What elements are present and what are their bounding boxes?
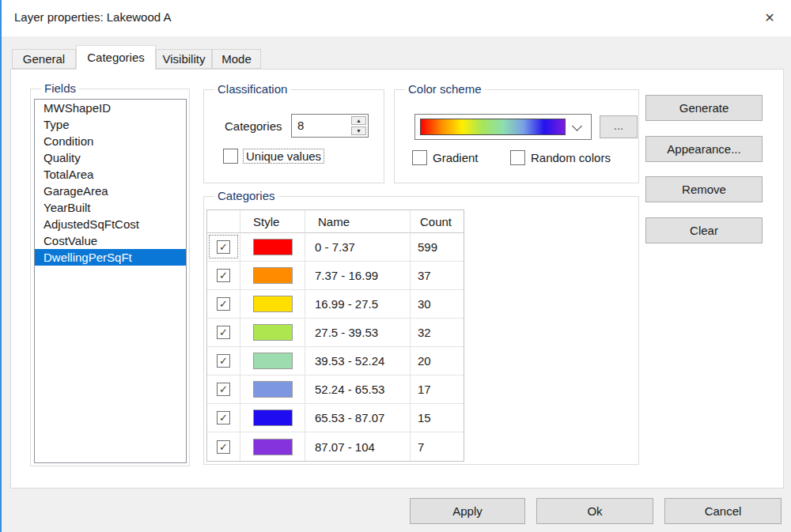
row-name-cell: 87.07 - 104 [305,432,411,461]
row-style-cell[interactable] [240,375,305,404]
categories-grid[interactable]: Style Name Count ✓ 0 - 7.37 599 ✓ 7.37 -… [206,209,464,462]
categories-count-label: Categories [225,119,282,133]
unique-values-checkbox[interactable] [223,149,238,164]
categories-count-value[interactable]: 8 [297,115,304,137]
generate-button[interactable]: Generate [645,95,763,121]
table-row: ✓ 65.53 - 87.07 15 [207,404,464,432]
appearance-button[interactable]: Appearance... [645,136,763,162]
row-count-cell: 32 [411,319,464,347]
random-colors-label: Random colors [531,150,611,165]
dialog-title: Layer properties: Lakewood A [14,10,171,24]
row-count-cell: 7 [411,432,464,461]
categories-count-spinner[interactable]: 8 ▲ ▼ [291,114,369,138]
color-swatch[interactable] [253,409,293,426]
color-swatch[interactable] [253,353,293,369]
tab-visibility[interactable]: Visibility [156,49,212,69]
field-item[interactable]: GarageArea [35,183,186,199]
field-item[interactable]: CostValue [35,232,186,249]
grid-header-style[interactable]: Style [240,210,305,233]
field-item[interactable]: Condition [35,133,186,149]
table-row: ✓ 0 - 7.37 599 [207,233,464,262]
row-count-cell: 17 [411,375,464,404]
color-scheme-group: Color scheme ... Gradient Random colors [394,89,639,183]
color-swatch[interactable] [253,439,293,455]
unique-values-label[interactable]: Unique values [243,149,324,164]
row-style-cell[interactable] [240,404,305,432]
field-item[interactable]: Type [35,116,186,133]
fields-listbox[interactable]: MWShapeID Type Condition Quality TotalAr… [34,99,187,463]
tab-general[interactable]: General [12,49,76,69]
row-style-cell[interactable] [240,262,305,290]
checkbox-checked-icon[interactable]: ✓ [217,297,230,311]
grid-header-checkbox[interactable] [207,210,240,233]
row-checkbox-cell[interactable]: ✓ [207,262,240,290]
categories-group-label: Categories [214,189,278,202]
row-name-cell: 27.5 - 39.53 [305,319,411,347]
spinner-up-icon[interactable]: ▲ [351,116,366,125]
color-swatch[interactable] [253,296,293,312]
apply-button[interactable]: Apply [410,498,525,524]
checkbox-checked-icon[interactable]: ✓ [217,354,230,368]
table-row: ✓ 52.24 - 65.53 17 [207,375,464,404]
row-name-cell: 65.53 - 87.07 [305,404,411,432]
spinner-down-icon[interactable]: ▼ [351,126,366,135]
row-style-cell[interactable] [240,347,305,375]
row-count-cell: 599 [411,233,464,262]
row-checkbox-cell[interactable]: ✓ [207,404,240,432]
tab-categories[interactable]: Categories [76,45,156,70]
color-swatch[interactable] [253,239,293,255]
tab-mode[interactable]: Mode [212,49,261,69]
clear-button[interactable]: Clear [645,217,763,243]
color-swatch[interactable] [253,381,293,398]
categories-group: Categories Style Name Count ✓ 0 - 7.37 5… [203,196,639,465]
row-name-cell: 16.99 - 27.5 [305,290,411,319]
color-scheme-more-button[interactable]: ... [600,115,638,138]
row-name-cell: 0 - 7.37 [305,233,411,262]
row-style-cell[interactable] [240,432,305,461]
row-checkbox-cell[interactable]: ✓ [207,290,240,319]
checkbox-checked-icon[interactable]: ✓ [217,269,230,282]
table-row: ✓ 39.53 - 52.24 20 [207,347,464,375]
table-row: ✓ 7.37 - 16.99 37 [207,262,464,290]
random-colors-checkbox[interactable] [510,150,525,165]
title-bar[interactable]: Layer properties: Lakewood A ✕ [0,0,791,36]
color-scheme-gradient-preview [420,119,566,135]
row-checkbox-cell[interactable]: ✓ [207,319,240,347]
gradient-label: Gradient [433,150,479,165]
row-checkbox-cell[interactable]: ✓ [207,347,240,375]
close-icon[interactable]: ✕ [756,6,783,31]
color-scheme-dropdown[interactable] [414,114,592,140]
field-item[interactable]: YearBuilt [35,199,186,216]
row-checkbox-cell[interactable]: ✓ [207,432,240,461]
checkbox-checked-icon[interactable]: ✓ [217,411,230,424]
row-count-cell: 37 [411,262,464,290]
table-row: ✓ 16.99 - 27.5 30 [207,290,464,319]
row-checkbox-cell[interactable]: ✓ [207,233,240,262]
row-style-cell[interactable] [240,290,305,319]
row-checkbox-cell[interactable]: ✓ [207,375,240,404]
grid-header-count[interactable]: Count [411,210,464,233]
checkbox-checked-icon[interactable]: ✓ [217,240,230,254]
field-item[interactable]: AdjustedSqFtCost [35,216,186,232]
field-item[interactable]: Quality [35,149,186,166]
checkbox-checked-icon[interactable]: ✓ [217,326,230,339]
row-style-cell[interactable] [240,319,305,347]
checkbox-checked-icon[interactable]: ✓ [217,383,230,396]
color-swatch[interactable] [253,267,293,284]
spinner-buttons: ▲ ▼ [351,116,366,135]
classification-group: Classification Categories 8 ▲ ▼ Unique v… [203,89,384,183]
remove-button[interactable]: Remove [645,176,763,202]
row-style-cell[interactable] [240,233,305,262]
row-name-cell: 52.24 - 65.53 [305,375,411,404]
field-item-selected[interactable]: DwellingPerSqFt [35,249,186,266]
color-swatch[interactable] [253,324,293,341]
ok-button[interactable]: Ok [536,498,653,524]
layer-properties-dialog: Layer properties: Lakewood A ✕ General C… [0,0,791,532]
cancel-button[interactable]: Cancel [664,498,782,524]
field-item[interactable]: MWShapeID [35,100,186,116]
grid-header-name[interactable]: Name [305,210,411,233]
field-item[interactable]: TotalArea [35,166,186,183]
chevron-down-icon[interactable] [572,121,582,131]
gradient-checkbox[interactable] [412,150,427,165]
checkbox-checked-icon[interactable]: ✓ [217,440,230,454]
